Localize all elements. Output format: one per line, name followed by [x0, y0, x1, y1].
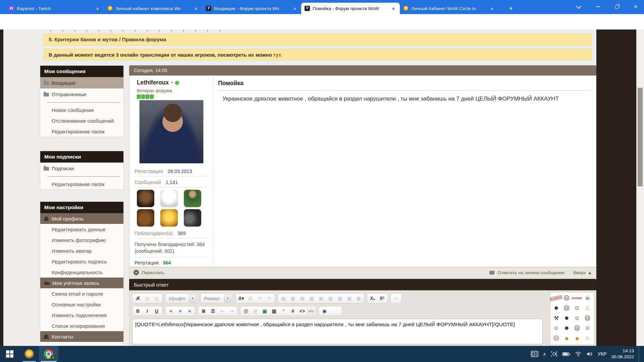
window-minimize-button[interactable]: [590, 0, 606, 13]
smiley-item[interactable]: ☺: [551, 323, 561, 333]
sidebar-item[interactable]: Список игнорирования: [40, 320, 123, 331]
sidebar-item[interactable]: [40, 174, 123, 179]
smiley-item[interactable]: ☹: [561, 293, 572, 303]
paste-word-button[interactable]: ▤: [143, 294, 152, 302]
sidebar-item[interactable]: Контакты: [40, 331, 123, 342]
window-restore-button[interactable]: [609, 0, 625, 13]
sidebar-item[interactable]: Мой профиль: [40, 213, 123, 224]
sidebar-item[interactable]: Изменить фотографию: [40, 235, 123, 245]
scrollbar-thumb[interactable]: [638, 88, 643, 186]
insert-image-button[interactable]: ▣: [260, 307, 269, 315]
smiley-item[interactable]: ☠: [582, 293, 593, 303]
indent-button[interactable]: ⇥: [227, 307, 236, 315]
italic-button[interactable]: I: [143, 307, 152, 315]
bold-button[interactable]: B: [133, 307, 142, 315]
window-close-button[interactable]: ×: [628, 0, 643, 13]
table-properties-button[interactable]: ▦: [288, 294, 297, 302]
font-dropdown[interactable]: Шрифт ▾: [165, 293, 198, 303]
subscript-button[interactable]: X₂: [368, 294, 377, 302]
smiley-button[interactable]: ☺: [246, 294, 255, 302]
hash-code-button[interactable]: #: [288, 307, 297, 315]
new-tab-button[interactable]: +: [506, 4, 515, 13]
unlink-button[interactable]: @: [251, 307, 260, 315]
add-row-after-button[interactable]: ▦: [317, 294, 325, 302]
smiley-item[interactable]: ⚠: [582, 303, 593, 313]
paste-button[interactable]: ▤: [152, 294, 161, 302]
tray-expand-icon[interactable]: ∧: [543, 352, 546, 357]
page-scrollbar[interactable]: [636, 29, 644, 346]
sidebar-item[interactable]: Смена email и пароля: [40, 288, 123, 299]
tab-close-icon[interactable]: ×: [193, 5, 199, 11]
notice-banner-rules[interactable]: 5. Критерии банов и мутов / Правила фору…: [44, 34, 592, 46]
delete-col-button[interactable]: ▦: [354, 294, 363, 302]
smiley-item[interactable]: ⚒: [551, 313, 561, 323]
delete-table-button[interactable]: ▦: [298, 294, 307, 302]
volume-icon[interactable]: [586, 351, 593, 357]
sidebar-item[interactable]: Конфиденциальность: [40, 267, 123, 278]
user-dropdown-icon[interactable]: ▾: [171, 81, 173, 84]
sidebar-item[interactable]: Редактировать данные: [40, 224, 123, 235]
sidebar-item[interactable]: [40, 100, 123, 105]
quick-reply-textarea[interactable]: [QUOTE=Lethiferoux]Украинское дряхлое жи…: [132, 319, 543, 344]
add-col-after-button[interactable]: ▦: [345, 294, 354, 302]
tab-close-icon[interactable]: ×: [292, 5, 298, 11]
smiley-item[interactable]: ☹: [551, 333, 561, 343]
smiley-item[interactable]: ●: [561, 333, 572, 343]
smiley-item[interactable]: ☺: [582, 323, 593, 333]
scroll-up-link[interactable]: Вверх ▲: [573, 270, 592, 275]
smiley-item[interactable]: ☹: [572, 323, 582, 333]
taskbar-wow-app[interactable]: [19, 346, 39, 362]
notice-link[interactable]: тут.: [273, 52, 282, 58]
forward-link[interactable]: Переслать: [142, 270, 164, 275]
tab-search-button[interactable]: [571, 0, 586, 13]
sidebar-item[interactable]: Моя учётная запись: [40, 278, 123, 288]
gold-shield-award[interactable]: [160, 209, 178, 227]
tray-clock[interactable]: 14:13 30.06.2022: [611, 348, 634, 360]
language-indicator[interactable]: УКР: [598, 351, 606, 357]
show-desktop-button[interactable]: [639, 346, 641, 362]
chef-hat-award[interactable]: [160, 190, 178, 207]
browser-tab[interactable]: Личный Кабинет WoW Circle lo ×: [400, 3, 498, 14]
browser-tab[interactable]: Помойка - Форум проекта WoW ×: [301, 3, 400, 14]
remove-format-button[interactable]: A: [133, 294, 142, 302]
insert-table-button[interactable]: ▦: [279, 294, 288, 302]
ordered-list-button[interactable]: ≣: [199, 307, 208, 315]
html-button[interactable]: <>: [298, 307, 307, 315]
undo-button[interactable]: ↶: [256, 294, 264, 302]
insert-video-button[interactable]: ▥: [270, 307, 278, 315]
smiley-item[interactable]: ☺: [572, 313, 582, 323]
smiley-item[interactable]: ☺: [582, 333, 593, 343]
dropdown-arrow-icon[interactable]: ▾: [224, 294, 231, 302]
smiley-item[interactable]: ☹: [582, 313, 593, 323]
smiley-item[interactable]: ☺: [572, 303, 582, 313]
browser-tab[interactable]: Входящие - Форум проекта Wo ×: [203, 3, 301, 14]
delete-row-button[interactable]: ▦: [326, 294, 335, 302]
smiley-item[interactable]: ☻: [561, 313, 572, 323]
size-dropdown[interactable]: Размер ▾: [200, 293, 233, 303]
dropdown-arrow-icon[interactable]: ▾: [189, 294, 196, 302]
sidebar-item[interactable]: Редактировать подпись: [40, 256, 123, 267]
sidebar-item[interactable]: Отправленные: [40, 88, 123, 100]
battery-icon[interactable]: [562, 352, 570, 356]
tab-close-icon[interactable]: ×: [489, 5, 495, 11]
taskbar-chrome-app[interactable]: x: [39, 346, 58, 362]
username-link[interactable]: Lethiferoux: [137, 79, 169, 86]
widgets-icon[interactable]: [531, 351, 538, 357]
officer-award[interactable]: [184, 190, 201, 207]
wizard-hat-award[interactable]: [137, 209, 154, 227]
sidebar-item[interactable]: Изменить аватар: [40, 245, 123, 256]
sidebar-item[interactable]: Основные настройки: [40, 299, 123, 310]
wifi-icon[interactable]: [575, 351, 582, 357]
sidebar-item[interactable]: Редактирование папок: [40, 179, 123, 189]
browser-tab[interactable]: Bayanist - Twitch ×: [5, 3, 104, 14]
sidebar-item[interactable]: Входящие: [40, 77, 123, 88]
sidebar-item[interactable]: Новое сообщение: [40, 105, 123, 115]
align-right-button[interactable]: ≡: [185, 307, 194, 315]
camera-icon[interactable]: [551, 351, 557, 357]
font-color-button[interactable]: A▾: [237, 294, 246, 302]
smiley-item[interactable]: BANNED: [551, 293, 561, 303]
quote-button[interactable]: ❝: [279, 307, 288, 315]
align-left-button[interactable]: ≡: [166, 307, 175, 315]
audio-button[interactable]: ◉: [320, 307, 329, 315]
smiley-item[interactable]: ☹: [561, 303, 572, 313]
